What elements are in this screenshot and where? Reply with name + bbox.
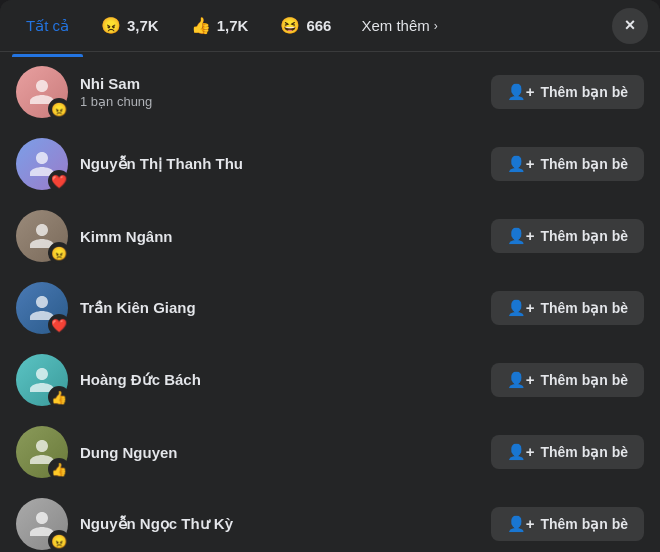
- add-person-icon: 👤+: [507, 515, 535, 533]
- list-item: 👍 Hoàng Đức Bách 👤+ Thêm bạn bè: [0, 344, 660, 416]
- reaction-badge: 👍: [48, 386, 70, 408]
- person-sub: 1 bạn chung: [80, 94, 479, 109]
- tab-all[interactable]: Tất cả: [12, 7, 83, 45]
- avatar-wrapper: ❤️: [16, 282, 68, 334]
- like-emoji: 👍: [191, 16, 211, 35]
- add-person-icon: 👤+: [507, 443, 535, 461]
- add-person-icon: 👤+: [507, 371, 535, 389]
- person-info: Nhi Sam 1 bạn chung: [80, 75, 479, 109]
- list-item: 😠 Nhi Sam 1 bạn chung 👤+ Thêm bạn bè: [0, 56, 660, 128]
- person-info: Kimm Ngânn: [80, 228, 479, 245]
- add-friend-button[interactable]: 👤+ Thêm bạn bè: [491, 363, 644, 397]
- chevron-right-icon: ›: [434, 19, 438, 33]
- close-icon: ×: [625, 15, 636, 36]
- avatar-wrapper: ❤️: [16, 138, 68, 190]
- add-person-icon: 👤+: [507, 299, 535, 317]
- tab-angry[interactable]: 😠 3,7K: [87, 6, 173, 45]
- list-item: 😠 Kimm Ngânn 👤+ Thêm bạn bè: [0, 200, 660, 272]
- reaction-badge: 😠: [48, 98, 70, 120]
- add-friend-button[interactable]: 👤+ Thêm bạn bè: [491, 219, 644, 253]
- reactions-modal: Tất cả 😠 3,7K 👍 1,7K 😆 666 Xem thêm › ×: [0, 0, 660, 552]
- list-item: ❤️ Trần Kiên Giang 👤+ Thêm bạn bè: [0, 272, 660, 344]
- tab-angry-count: 3,7K: [127, 17, 159, 34]
- reaction-badge: 😠: [48, 242, 70, 264]
- tab-all-label: Tất cả: [26, 17, 69, 35]
- avatar-wrapper: 😠: [16, 66, 68, 118]
- tab-haha-count: 666: [306, 17, 331, 34]
- tab-more[interactable]: Xem thêm ›: [349, 7, 449, 44]
- angry-emoji: 😠: [101, 16, 121, 35]
- person-name: Nguyễn Thị Thanh Thu: [80, 155, 479, 173]
- avatar-wrapper: 👍: [16, 354, 68, 406]
- tab-more-label: Xem thêm: [361, 17, 429, 34]
- avatar-wrapper: 😠: [16, 210, 68, 262]
- add-friend-label: Thêm bạn bè: [540, 372, 628, 388]
- person-name: Hoàng Đức Bách: [80, 371, 479, 389]
- person-info: Hoàng Đức Bách: [80, 371, 479, 389]
- add-friend-button[interactable]: 👤+ Thêm bạn bè: [491, 291, 644, 325]
- close-button[interactable]: ×: [612, 8, 648, 44]
- person-info: Dung Nguyen: [80, 444, 479, 461]
- reaction-badge: 👍: [48, 458, 70, 480]
- add-friend-label: Thêm bạn bè: [540, 516, 628, 532]
- add-person-icon: 👤+: [507, 227, 535, 245]
- people-list: 😠 Nhi Sam 1 bạn chung 👤+ Thêm bạn bè ❤️: [0, 52, 660, 552]
- add-friend-label: Thêm bạn bè: [540, 444, 628, 460]
- add-person-icon: 👤+: [507, 83, 535, 101]
- reaction-badge: 😠: [48, 530, 70, 552]
- add-friend-button[interactable]: 👤+ Thêm bạn bè: [491, 435, 644, 469]
- add-friend-button[interactable]: 👤+ Thêm bạn bè: [491, 507, 644, 541]
- haha-emoji: 😆: [280, 16, 300, 35]
- add-person-icon: 👤+: [507, 155, 535, 173]
- person-name: Nhi Sam: [80, 75, 479, 92]
- person-name: Kimm Ngânn: [80, 228, 479, 245]
- person-name: Nguyễn Ngọc Thư Kỳ: [80, 515, 479, 533]
- add-friend-label: Thêm bạn bè: [540, 84, 628, 100]
- person-info: Nguyễn Thị Thanh Thu: [80, 155, 479, 173]
- reaction-badge: ❤️: [48, 170, 70, 192]
- list-item: ❤️ Nguyễn Thị Thanh Thu 👤+ Thêm bạn bè: [0, 128, 660, 200]
- avatar-wrapper: 👍: [16, 426, 68, 478]
- person-name: Trần Kiên Giang: [80, 299, 479, 317]
- add-friend-label: Thêm bạn bè: [540, 300, 628, 316]
- add-friend-button[interactable]: 👤+ Thêm bạn bè: [491, 147, 644, 181]
- tab-like-count: 1,7K: [217, 17, 249, 34]
- add-friend-label: Thêm bạn bè: [540, 156, 628, 172]
- person-info: Nguyễn Ngọc Thư Kỳ: [80, 515, 479, 533]
- tab-like[interactable]: 👍 1,7K: [177, 6, 263, 45]
- reaction-badge: ❤️: [48, 314, 70, 336]
- person-info: Trần Kiên Giang: [80, 299, 479, 317]
- tabs-bar: Tất cả 😠 3,7K 👍 1,7K 😆 666 Xem thêm › ×: [0, 0, 660, 52]
- add-friend-label: Thêm bạn bè: [540, 228, 628, 244]
- list-item: 👍 Dung Nguyen 👤+ Thêm bạn bè: [0, 416, 660, 488]
- add-friend-button[interactable]: 👤+ Thêm bạn bè: [491, 75, 644, 109]
- tab-haha[interactable]: 😆 666: [266, 6, 345, 45]
- list-item: 😠 Nguyễn Ngọc Thư Kỳ 👤+ Thêm bạn bè: [0, 488, 660, 552]
- person-name: Dung Nguyen: [80, 444, 479, 461]
- avatar-wrapper: 😠: [16, 498, 68, 550]
